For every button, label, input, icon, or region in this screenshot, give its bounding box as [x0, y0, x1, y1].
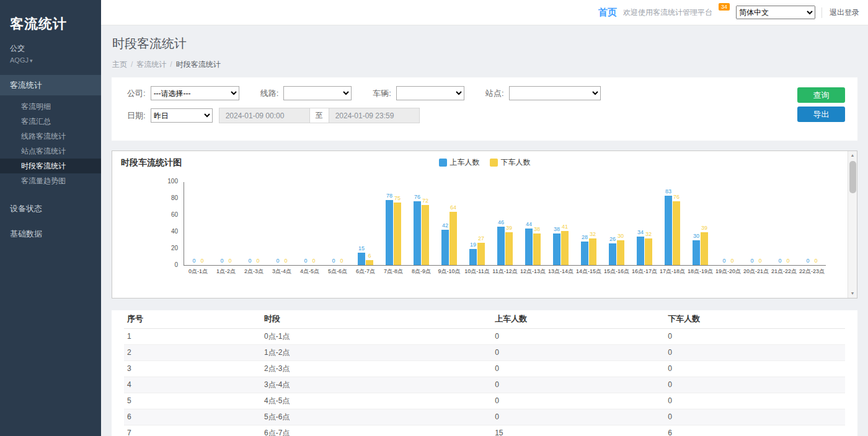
sidebar-item-line-flow-stats[interactable]: 线路客流统计 [0, 129, 101, 144]
table-cell: 7 [124, 425, 261, 436]
bar [477, 243, 485, 265]
table-cell: 4 [124, 377, 261, 393]
table-cell: 0 [665, 393, 845, 409]
bar-value-label: 28 [582, 234, 588, 240]
bar [525, 229, 533, 265]
scroll-up-icon[interactable]: ▲ [848, 151, 857, 160]
bar-value-label: 6 [368, 253, 371, 259]
x-axis-label: 1点-2点 [216, 268, 236, 276]
bar-value-label: 75 [394, 195, 401, 201]
company-label: 公司: [127, 88, 146, 99]
scrollbar-thumb[interactable] [849, 161, 856, 193]
chart-plot-area: 000点-1点001点-2点002点-3点003点-4点004点-5点005点-… [184, 182, 826, 266]
x-axis-label: 20点-21点 [743, 268, 769, 276]
date-start-input[interactable] [219, 108, 310, 123]
bar [366, 260, 373, 265]
legend-boarding-label: 上车人数 [450, 157, 480, 168]
bar [394, 203, 401, 265]
legend-boarding[interactable]: 上车人数 [439, 157, 480, 168]
logout-link[interactable]: 退出登录 [822, 7, 859, 18]
bar-value-label: 64 [450, 204, 456, 211]
bar-wrap: 15 [358, 182, 366, 265]
bar-value-label: 0 [332, 258, 335, 264]
table-cell: 0 [492, 409, 665, 425]
x-axis-label: 7点-8点 [384, 268, 403, 276]
table-cell: 6 [665, 425, 845, 436]
x-axis-label: 18点-19点 [688, 268, 713, 276]
x-axis-label: 8点-9点 [412, 268, 431, 276]
x-axis-label: 5点-6点 [328, 268, 347, 276]
table-row: 10点-1点00 [124, 328, 845, 344]
table-cell: 0 [492, 360, 665, 377]
bar-wrap: 46 [497, 182, 505, 265]
sidebar-section-device-status[interactable]: 设备状态 [0, 198, 101, 219]
org-selector[interactable]: AQGJ▾ [10, 56, 91, 64]
breadcrumb-passenger-stats[interactable]: 客流统计 [136, 60, 166, 69]
bar-wrap: 0 [776, 182, 784, 265]
bar [553, 233, 560, 265]
sidebar-item-flow-detail[interactable]: 客流明细 [0, 99, 101, 114]
x-axis-label: 9点-10点 [438, 268, 460, 276]
bar-wrap: 27 [477, 182, 485, 265]
legend-alighting[interactable]: 下车人数 [490, 157, 531, 168]
x-axis-label: 10点-11点 [464, 268, 489, 276]
company-select[interactable]: ---请选择--- [151, 86, 239, 100]
line-label: 线路: [260, 88, 279, 99]
bar [386, 200, 393, 265]
table-header-row: 序号 时段 上车人数 下车人数 [124, 310, 845, 328]
table-cell: 0 [492, 328, 665, 344]
vehicle-select[interactable] [396, 86, 464, 100]
bar [581, 242, 588, 265]
bar-wrap: 39 [505, 182, 513, 265]
col-header-alighting: 下车人数 [665, 310, 845, 328]
chart-panel: 时段车流统计图 上车人数 下车人数 020406080100 000点-1点00… [112, 150, 857, 299]
bar-value-label: 0 [806, 258, 809, 264]
bar-wrap: 0 [720, 182, 728, 265]
bar-wrap: 75 [394, 182, 402, 265]
sidebar-item-flow-summary[interactable]: 客流汇总 [0, 114, 101, 129]
sidebar-item-flow-trend-chart[interactable]: 客流量趋势图 [0, 173, 101, 188]
query-button[interactable]: 查询 [797, 87, 845, 103]
sidebar-item-station-flow-stats[interactable]: 站点客流统计 [0, 144, 101, 159]
bar-value-label: 34 [637, 229, 644, 235]
breadcrumb-home[interactable]: 主页 [112, 60, 127, 69]
bar-value-label: 0 [220, 258, 223, 264]
station-select[interactable] [509, 86, 601, 100]
bar-wrap: 0 [748, 182, 756, 265]
bar-wrap: 28 [581, 182, 589, 265]
home-link[interactable]: 首页 [598, 7, 617, 19]
bar [673, 201, 680, 265]
legend-boarding-swatch [439, 159, 447, 167]
date-end-input[interactable] [329, 108, 420, 123]
bar-group: 0020点-21点 [742, 182, 770, 265]
bar-group: 1566点-7点 [352, 182, 379, 265]
bar [422, 205, 429, 265]
sidebar-item-period-flow-stats[interactable]: 时段客流统计 [0, 159, 101, 173]
x-axis-label: 21点-22点 [771, 268, 797, 276]
table-row: 54点-5点00 [124, 393, 845, 409]
bar-wrap: 34 [637, 182, 645, 265]
bar-group: 002点-3点 [240, 182, 268, 265]
sidebar-menu: 客流统计 客流明细 客流汇总 线路客流统计 站点客流统计 时段客流统计 客流量趋… [0, 75, 101, 244]
notification-badge[interactable]: 34 [719, 3, 730, 11]
sidebar-section-base-data[interactable]: 基础数据 [0, 224, 101, 244]
sidebar-section-passenger-stats[interactable]: 客流统计 [0, 75, 101, 95]
table-cell: 1点-2点 [261, 344, 492, 360]
bar-wrap: 0 [226, 182, 234, 265]
sidebar: 客流统计 公交 AQGJ▾ 客流统计 客流明细 客流汇总 线路客流统计 站点客流… [0, 0, 101, 436]
bar-value-label: 76 [414, 194, 420, 200]
scroll-down-icon[interactable]: ▼ [848, 289, 857, 298]
language-select[interactable]: 简体中文 [736, 6, 815, 19]
table-row: 21点-2点00 [124, 344, 845, 360]
bar-value-label: 39 [701, 225, 707, 231]
table-cell: 2 [124, 344, 261, 360]
x-axis-label: 22点-23点 [799, 268, 825, 276]
chart-vertical-scrollbar[interactable]: ▲ ▼ [848, 151, 857, 298]
table-cell: 2点-3点 [261, 360, 492, 377]
line-select[interactable] [283, 86, 352, 100]
caret-down-icon: ▾ [30, 58, 33, 64]
table-cell: 0 [665, 328, 845, 344]
bar-group: 443812点-13点 [519, 182, 547, 265]
date-preset-select[interactable]: 昨日 [151, 108, 213, 123]
export-button[interactable]: 导出 [797, 107, 845, 122]
